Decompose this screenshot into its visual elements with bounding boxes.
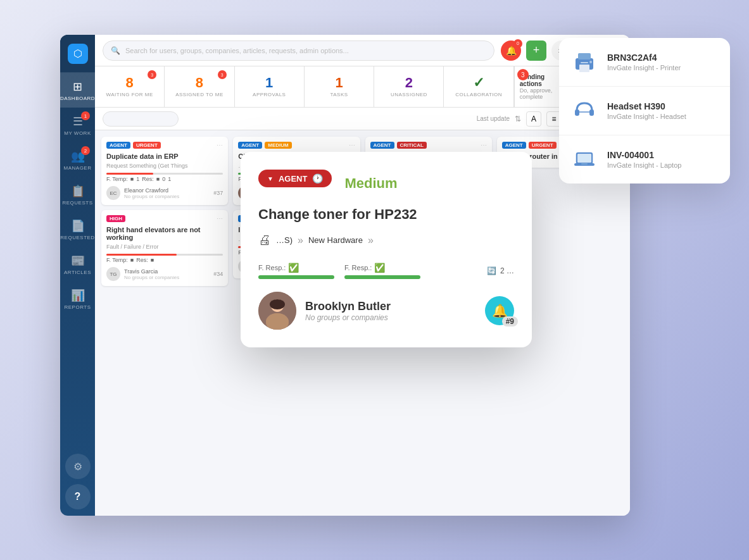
sidebar-item-settings[interactable]: ⚙ <box>65 454 91 479</box>
severity-text: Medium <box>344 175 397 192</box>
notification-badge[interactable]: 🔔 #9 <box>485 296 514 325</box>
agent-name-5: Travis Garcia <box>124 268 179 275</box>
collaboration-label: COLLABORATION <box>455 92 502 97</box>
card-meta-1: Request Something (Get Things <box>106 163 223 169</box>
sidebar-item-dashboard[interactable]: ⊞ DASHBOARD <box>60 73 95 108</box>
stat-waiting-for-me[interactable]: 3 8 WAITING FOR ME <box>95 66 165 107</box>
resp-item-1: F. Resp.: ✅ <box>258 263 334 279</box>
tag-agent-1: AGENT <box>106 142 130 149</box>
card-menu-5[interactable]: ⋯ <box>217 215 223 222</box>
filter-btn-a[interactable]: A <box>526 111 541 127</box>
resp-check-2: ✅ <box>374 263 385 273</box>
sidebar-label-manager: MANAGER <box>64 165 92 171</box>
dashboard-icon: ⊞ <box>73 80 82 94</box>
sidebar-item-mywork[interactable]: ☰ 1 MY WORK <box>60 108 95 142</box>
ticket-main-title: Change toner for HP232 <box>258 206 514 223</box>
headset-asset-icon <box>570 97 598 125</box>
stat-tasks[interactable]: 1 TASKS <box>305 66 374 107</box>
sidebar-label-articles: ARTICLES <box>64 270 91 275</box>
search-icon: 🔍 <box>111 46 120 55</box>
tasks-count: 1 <box>335 76 343 90</box>
resp-item-2: F. Resp.: ✅ <box>344 263 420 279</box>
card-title-5: Right hand elevators are not working <box>106 226 223 241</box>
kanban-card-duplicate-erp[interactable]: AGENT Urgent ⋯ Duplicate data in ERP Req… <box>101 137 228 205</box>
svg-rect-7 <box>578 53 591 59</box>
card-menu-2[interactable]: ⋯ <box>349 142 355 149</box>
svg-rect-9 <box>581 62 588 63</box>
pending-badge: 3 <box>517 69 529 80</box>
floating-detail-card: ▼ AGENT 🕐 Medium Change toner for HP232 … <box>241 152 532 347</box>
clock-icon: 🕐 <box>312 173 323 184</box>
stats-bar: 3 8 WAITING FOR ME 3 8 ASSIGNED TO ME 1 … <box>95 66 630 108</box>
manager-badge: 2 <box>81 146 90 155</box>
tag-agent-4: AGENT <box>502 142 526 149</box>
requested-icon: 📄 <box>71 219 85 233</box>
sidebar-label-requests: REQUESTS <box>62 200 92 206</box>
sidebar-item-articles[interactable]: 📰 ARTICLES <box>60 247 95 282</box>
kanban-col-1: AGENT Urgent ⋯ Duplicate data in ERP Req… <box>101 137 228 509</box>
kanban-card-elevators[interactable]: High ⋯ Right hand elevators are not work… <box>101 210 228 286</box>
unassigned-label: UNASSIGNED <box>391 92 427 97</box>
alert-btn[interactable]: 🔔 0 <box>501 40 521 61</box>
tag-urgent-1: Urgent <box>133 142 161 149</box>
breadcrumb-part1: …S) <box>276 235 293 245</box>
filter-search-input[interactable] <box>103 111 179 127</box>
sidebar-item-manager[interactable]: 👥 2 MANAGER <box>60 142 95 177</box>
avatar-5: TG <box>106 267 120 281</box>
agent-label: AGENT <box>279 174 308 184</box>
filter-bar: Last update ⇅ A ≡ ⊡ ⊞ ⚙ <box>95 108 630 130</box>
articles-icon: 📰 <box>71 254 85 268</box>
sidebar-label-reports: REPORTS <box>64 304 91 310</box>
sidebar-item-requested[interactable]: 📄 REQUESTED <box>60 212 95 247</box>
stat-unassigned[interactable]: 2 UNASSIGNED <box>374 66 444 107</box>
asset-item-laptop[interactable]: INV-004001 InvGate Insight - Laptop <box>559 135 730 184</box>
tag-agent-3: AGENT <box>370 142 394 149</box>
tag-medium-2: Medium <box>265 142 291 149</box>
card-stats-5: F. Temp:■ Res:■ <box>106 257 223 263</box>
sidebar-item-help[interactable]: ? <box>65 484 91 509</box>
svg-rect-12 <box>589 109 594 116</box>
asset-item-printer[interactable]: BRN3C2Af4 InvGate Insight - Printer <box>559 38 730 87</box>
printer-icon: 🖨 <box>258 233 271 247</box>
chevron-down-icon: ▼ <box>267 175 274 182</box>
agent-sub-1: No groups or companies <box>124 194 179 199</box>
stat-approvals[interactable]: 1 APPROVALS <box>235 66 305 107</box>
agent-name-1: Eleanor Crawford <box>124 187 179 194</box>
breadcrumb-sep-2: » <box>368 235 374 246</box>
cycle-icon: 🔄 <box>487 266 496 275</box>
sidebar-item-reports[interactable]: 📊 REPORTS <box>60 282 95 316</box>
cycle-info: 🔄 2 … <box>487 266 514 275</box>
printer-asset-icon <box>570 48 598 76</box>
sidebar-label-dashboard: DASHBOARD <box>60 96 95 101</box>
tag-agent-2: AGENT <box>238 142 262 149</box>
requests-icon: 📋 <box>71 184 85 198</box>
card-menu-3[interactable]: ⋯ <box>481 142 487 149</box>
resp-label-2: F. Resp.: <box>344 264 372 271</box>
assigned-label: ASSIGNED TO ME <box>175 92 223 97</box>
stat-collaboration[interactable]: ✓ COLLABORATION <box>444 66 513 107</box>
assets-panel: BRN3C2Af4 InvGate Insight - Printer Head… <box>559 38 730 184</box>
cycle-count: 2 … <box>500 266 514 275</box>
svg-rect-11 <box>575 109 579 116</box>
assigned-badge: 3 <box>218 70 227 79</box>
tasks-label: TASKS <box>330 92 348 97</box>
search-bar[interactable]: 🔍 Search for users, groups, companies, a… <box>103 40 494 61</box>
card-stats-1: F. Temp:■1 Res:■0 1 <box>106 176 223 182</box>
sidebar-logo: ⬡ <box>60 35 95 73</box>
agent-badge-button[interactable]: ▼ AGENT 🕐 <box>258 170 332 187</box>
stat-assigned-to-me[interactable]: 3 8 ASSIGNED TO ME <box>165 66 234 107</box>
waiting-label: WAITING FOR ME <box>106 92 153 97</box>
card-menu-1[interactable]: ⋯ <box>217 142 223 149</box>
search-placeholder-text: Search for users, groups, companies, art… <box>125 47 349 54</box>
asset-item-headset[interactable]: Headset H390 InvGate Insight - Headset <box>559 87 730 135</box>
asset-sub-printer: InvGate Insight - Printer <box>607 64 681 72</box>
resp-bar-2 <box>344 275 420 279</box>
logo-icon: ⬡ <box>68 44 88 64</box>
resp-check-1: ✅ <box>288 263 299 273</box>
add-btn[interactable]: + <box>526 40 546 61</box>
unassigned-count: 2 <box>405 76 413 90</box>
collaboration-count: ✓ <box>473 76 484 90</box>
svg-rect-8 <box>579 65 589 72</box>
sidebar-item-requests[interactable]: 📋 REQUESTS <box>60 177 95 212</box>
resp-bar-1 <box>258 275 334 279</box>
